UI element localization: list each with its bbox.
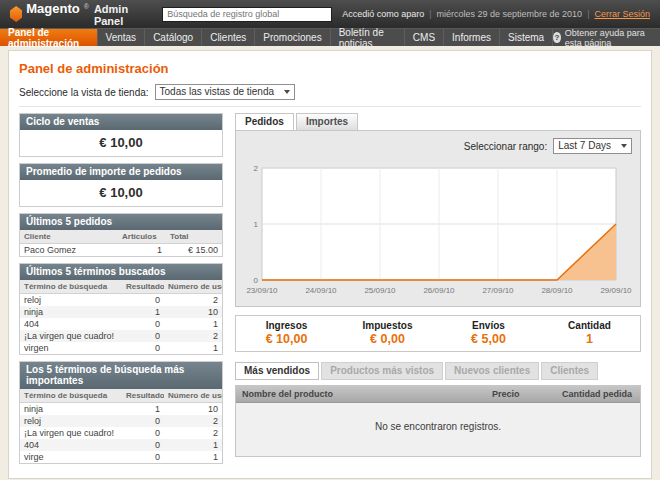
uses: 1 (164, 342, 222, 354)
total-label: Envíos (438, 320, 539, 331)
column-header: Precio (486, 386, 556, 402)
nav-item-sistema[interactable]: Sistema (500, 29, 553, 46)
term: virge (20, 451, 122, 463)
results: 0 (122, 427, 164, 439)
store-view-select[interactable]: Todas las vistas de tienda (155, 84, 296, 100)
column-header: Cantidad pedida (556, 386, 640, 402)
logged-in-as: Accedió como aparo (342, 9, 424, 19)
last-5-search-terms-title: Últimos 5 términos buscados (20, 264, 222, 280)
results: 0 (122, 294, 164, 307)
range-select[interactable]: Last 7 Days (553, 138, 632, 154)
svg-text:29/09/10: 29/09/10 (600, 286, 632, 295)
results: 0 (122, 439, 164, 451)
column-header: Total (166, 230, 222, 244)
search-term-row[interactable]: ninja 1 10 (20, 403, 222, 416)
tab-pedidos[interactable]: Pedidos (235, 113, 294, 130)
total-value: € 5,00 (438, 332, 539, 346)
term: ninja (20, 403, 122, 416)
column-header: Cliente (20, 230, 118, 244)
nav-item-panel[interactable]: Panel de administración (0, 29, 98, 46)
results: 0 (122, 342, 164, 354)
tab-productos-mas-vistos[interactable]: Productos más vistos (321, 362, 443, 380)
nav-item-clientes[interactable]: Clientes (202, 29, 255, 46)
results: 1 (122, 403, 164, 416)
search-term-row[interactable]: reloj 0 2 (20, 294, 222, 307)
chevron-down-icon (284, 90, 290, 94)
main-nav: Panel de administración Ventas Catálogo … (0, 28, 660, 46)
nav-item-boletin[interactable]: Boletín de noticias (331, 29, 405, 46)
totals-bar: Ingresos € 10,00 Impuestos € 0,00 Envíos… (235, 315, 641, 352)
last-5-search-terms-table: Término de búsqueda Resultados Número de… (20, 280, 222, 354)
search-term-row[interactable]: virgen 0 1 (20, 342, 222, 354)
range-row: Seleccionar rango: Last 7 Days (242, 137, 634, 160)
term: ¡La virgen que cuadro! (20, 427, 122, 439)
total-value: € 10,00 (236, 332, 337, 346)
chart-tabs: Pedidos Importes (235, 113, 641, 130)
results: 0 (122, 318, 164, 330)
total-value: 1 (539, 332, 640, 346)
lifetime-sales-box: Ciclo de ventas € 10,00 (19, 113, 223, 157)
dashboard: Ciclo de ventas € 10,00 Promedio de impo… (19, 113, 641, 470)
last-5-orders-title: Últimos 5 pedidos (20, 214, 222, 230)
svg-text:26/09/10: 26/09/10 (423, 286, 455, 295)
logout-link[interactable]: Cerrar Sesión (594, 9, 650, 19)
dashboard-left-column: Ciclo de ventas € 10,00 Promedio de impo… (19, 113, 223, 470)
term: virgen (20, 342, 122, 354)
nav-item-informes[interactable]: Informes (444, 29, 500, 46)
top-5-search-terms-title: Los 5 términos de búsqueda más important… (20, 362, 222, 389)
lifetime-sales-value: € 10,00 (20, 130, 222, 156)
uses: 10 (164, 403, 222, 416)
nav-item-promociones[interactable]: Promociones (255, 29, 330, 46)
registered-mark: ® (84, 3, 89, 10)
total-value: € 0,00 (337, 332, 438, 346)
total-label: Ingresos (236, 320, 337, 331)
svg-text:23/09/10: 23/09/10 (246, 286, 278, 295)
order-items: 1 (118, 244, 166, 257)
last-5-search-terms-box: Últimos 5 términos buscados Término de b… (19, 263, 223, 355)
average-order-value: € 10,00 (20, 180, 222, 206)
tab-nuevos-clientes[interactable]: Nuevos clientes (445, 362, 539, 380)
global-search-input[interactable] (162, 7, 332, 22)
column-header: Número de usos (164, 280, 222, 294)
uses: 2 (164, 427, 222, 439)
dashboard-main-column: Pedidos Importes Seleccionar rango: Last… (235, 113, 641, 457)
chevron-down-icon (621, 144, 627, 148)
search-term-row[interactable]: reloj 0 2 (20, 415, 222, 427)
search-term-row[interactable]: virge 0 1 (20, 451, 222, 463)
total-label: Impuestos (337, 320, 438, 331)
tab-importes[interactable]: Importes (296, 113, 358, 130)
search-term-row[interactable]: 404 0 1 (20, 439, 222, 451)
uses: 2 (164, 415, 222, 427)
uses: 1 (164, 439, 222, 451)
store-switcher-label: Seleccione la vista de tienda: (19, 87, 149, 98)
total-envios: Envíos € 5,00 (438, 316, 539, 351)
nav-item-cms[interactable]: CMS (405, 29, 444, 46)
search-term-row[interactable]: ¡La virgen que cuadro! 0 2 (20, 330, 222, 342)
store-switcher: Seleccione la vista de tienda: Todas las… (19, 84, 641, 107)
nav-item-ventas[interactable]: Ventas (98, 29, 146, 46)
term: ninja (20, 306, 122, 318)
orders-chart: 01223/09/1024/09/1025/09/1026/09/1027/09… (242, 160, 634, 300)
search-term-row[interactable]: ninja 1 10 (20, 306, 222, 318)
store-view-value: Todas las vistas de tienda (160, 86, 275, 97)
term: ¡La virgen que cuadro! (20, 330, 122, 342)
results: 0 (122, 415, 164, 427)
search-term-row[interactable]: 404 0 1 (20, 318, 222, 330)
order-row[interactable]: Paco Gomez 1 € 15.00 (20, 244, 222, 257)
last-5-orders-table: Cliente Artículos Total Paco Gomez 1 € 1… (20, 230, 222, 256)
search-term-row[interactable]: ¡La virgen que cuadro! 0 2 (20, 427, 222, 439)
top-header: Magento ® Admin Panel Accedió como aparo… (0, 0, 660, 28)
tab-clientes[interactable]: Clientes (541, 362, 598, 380)
nav-item-catalogo[interactable]: Catálogo (145, 29, 202, 46)
term: reloj (20, 294, 122, 307)
help-link[interactable]: ? Obtener ayuda para esta página (553, 29, 660, 46)
uses: 1 (164, 451, 222, 463)
magento-logo: Magento ® Admin Panel (10, 1, 152, 27)
page-title: Panel de administración (19, 61, 641, 76)
chart-container: Seleccionar rango: Last 7 Days 01223/09/… (235, 130, 641, 307)
logo-subtitle: Admin Panel (94, 3, 152, 27)
grid-tabs: Más vendidos Productos más vistos Nuevos… (235, 362, 641, 380)
main-area: Panel de administración Seleccione la vi… (0, 46, 660, 480)
tab-mas-vendidos[interactable]: Más vendidos (235, 362, 319, 380)
svg-text:1: 1 (254, 220, 259, 229)
